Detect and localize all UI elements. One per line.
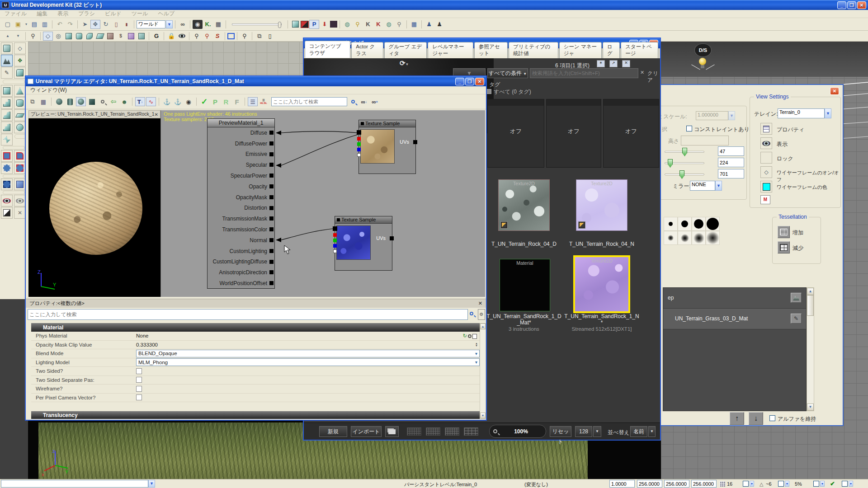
ts-a-pin[interactable]: [357, 153, 361, 157]
height-field[interactable]: [681, 136, 729, 145]
matinee-icon[interactable]: ▦: [213, 20, 223, 29]
material-node-header[interactable]: PreviewMaterial_1: [208, 119, 274, 127]
me-preview-sphere-icon[interactable]: [54, 97, 64, 106]
me-propagate-p-icon[interactable]: P: [210, 97, 220, 106]
me-search-input[interactable]: [271, 97, 347, 106]
wireframe-checkbox[interactable]: [136, 386, 142, 392]
asset-thumb-rock-04-d[interactable]: Texture2D: [498, 179, 550, 231]
tab-actor-classes[interactable]: Actor クラス: [351, 42, 383, 58]
cb-view-split-icon[interactable]: [426, 427, 440, 436]
group-icon[interactable]: G: [151, 32, 161, 41]
scroll-up-icon[interactable]: ▲: [3, 32, 13, 41]
autosave-checkbox[interactable]: [842, 481, 848, 487]
pin-specularpower[interactable]: [269, 174, 274, 178]
blend-mode-select[interactable]: BLEND_Opaque▾: [136, 350, 480, 357]
prop-row-lighting-model[interactable]: Lighting Model MLM_Phong▾: [31, 358, 480, 367]
ts-rgb-pin[interactable]: [357, 130, 361, 135]
distance-slider-thumb[interactable]: [278, 22, 281, 28]
camera-speed-icon[interactable]: ⚲: [28, 32, 38, 41]
cb-new-asset-icon[interactable]: ✶: [597, 60, 605, 67]
layer-row-material[interactable]: UN_Terrain_Grass_03_D_Mat ✎: [663, 309, 806, 329]
cb-clear-button[interactable]: クリア: [647, 70, 660, 84]
me-graph-home-icon[interactable]: ⧉: [28, 97, 38, 106]
cb-delete-icon[interactable]: ✕: [622, 60, 630, 67]
me-minimize-button[interactable]: _: [455, 78, 464, 85]
spiral-stairs-button[interactable]: [1, 122, 13, 133]
lightbulb3-icon[interactable]: ⚲: [394, 20, 404, 29]
status-combo[interactable]: [1, 480, 148, 488]
playtest2-icon[interactable]: ⚲: [240, 32, 250, 41]
brush-solid-3[interactable]: [692, 217, 706, 231]
visibility-eye-icon[interactable]: [177, 32, 187, 41]
undo-icon[interactable]: ↶: [55, 20, 65, 29]
builder-cube2-icon[interactable]: [74, 32, 84, 41]
maximize-button[interactable]: ❐: [847, 1, 856, 9]
csg-add-button[interactable]: [1, 150, 13, 162]
terrain-select[interactable]: Terrain_0: [778, 108, 825, 118]
me-show-stats-icon[interactable]: T↓: [135, 97, 145, 106]
cb-open-package-button[interactable]: [385, 426, 399, 437]
menu-edit[interactable]: 編集: [37, 10, 47, 18]
cone-primitive-button[interactable]: [14, 85, 26, 97]
scale-grid-dropdown-icon[interactable]: ▼: [820, 481, 825, 487]
radius-slider[interactable]: [665, 162, 704, 164]
me-preview-cylinder-icon[interactable]: [65, 97, 75, 106]
prop-scroll-up-icon[interactable]: ▲: [480, 324, 486, 329]
drag-grid-checkbox[interactable]: [743, 481, 749, 487]
cb-filter-column-1[interactable]: オフ: [487, 99, 544, 168]
tab-scene-manager[interactable]: シーン マネージャ: [559, 42, 602, 58]
prop-row-phys-material[interactable]: Phys Material None ↻: [31, 332, 480, 341]
terrain-dialog-close-button[interactable]: ✕: [830, 87, 839, 95]
texture-sample-header[interactable]: Texture Sample: [359, 120, 415, 127]
builder-cube1-icon[interactable]: [64, 32, 74, 41]
me-camera-icon[interactable]: ◉: [184, 97, 193, 106]
cb-export-icon[interactable]: ↗: [609, 60, 618, 67]
brush-solid-2[interactable]: [678, 217, 692, 231]
scrollbar-thumb[interactable]: [807, 295, 814, 316]
properties-scrollbar[interactable]: ▲ ▼: [480, 323, 486, 419]
content-browser-icon[interactable]: ◉: [193, 20, 203, 29]
kismet2-icon[interactable]: K: [363, 20, 373, 29]
cb-thumb-size-arrow[interactable]: ▼: [593, 426, 601, 437]
coordinate-system-select[interactable]: ワールド: [137, 20, 165, 28]
coordinate-system-arrow-icon[interactable]: ▼: [166, 20, 173, 28]
me-clean-unused-icon[interactable]: ☻: [119, 97, 129, 106]
use-selected-icon[interactable]: ↻: [463, 333, 467, 339]
terrain-wireframe-color-button[interactable]: [760, 181, 772, 192]
texture-sample-node-diffuse[interactable]: Texture Sample UVs: [359, 120, 416, 174]
csg-subtract-button[interactable]: [14, 150, 26, 162]
new-file-icon[interactable]: ▢: [3, 20, 13, 29]
pin-diffuse[interactable]: [269, 131, 274, 135]
no-builder-icon[interactable]: [301, 21, 309, 28]
terrain-lock-button[interactable]: [760, 152, 772, 164]
me-back-arrow-icon[interactable]: ⇦: [108, 97, 118, 106]
kismet3-icon[interactable]: K: [373, 20, 383, 29]
ts-a-pin[interactable]: [333, 249, 337, 253]
sheet-primitive-button[interactable]: [14, 109, 26, 121]
preview-material-node[interactable]: PreviewMaterial_1 Diffuse DiffusePower E…: [207, 118, 275, 289]
constraint-checkbox[interactable]: [686, 126, 692, 131]
category-translucency[interactable]: Translucency: [31, 411, 480, 419]
terrain-recache-button[interactable]: M: [760, 195, 770, 204]
invert-selection-button[interactable]: [1, 207, 13, 219]
sphere-primitive-button[interactable]: [14, 122, 26, 133]
minimize-button[interactable]: _: [837, 1, 846, 9]
autosave-check-icon[interactable]: ✔: [830, 480, 835, 487]
builder-cube3-icon[interactable]: [85, 32, 94, 41]
terrain-wireframe-button[interactable]: ◇: [760, 166, 772, 178]
terrain-properties-button[interactable]: [760, 123, 772, 135]
publish-icon[interactable]: ⬇: [320, 20, 330, 29]
brush-soft-4[interactable]: [706, 231, 720, 245]
pin-normal[interactable]: [269, 238, 274, 242]
layer-view-icon[interactable]: [791, 293, 802, 303]
menu-build[interactable]: ビルド: [105, 10, 122, 18]
cube-primitive-button[interactable]: [1, 85, 13, 97]
swap-window-icon[interactable]: ▯: [265, 32, 275, 41]
texture-align-mode-button[interactable]: ✥: [14, 55, 26, 66]
tab-start-page[interactable]: スタートページ: [621, 42, 658, 58]
menu-help[interactable]: ヘルプ: [158, 10, 175, 18]
me-preview-viewport[interactable]: Z Y: [28, 118, 160, 297]
me-preview-close-icon[interactable]: ✕: [155, 112, 158, 117]
texture-sample-node-normal[interactable]: Texture Sample UVs: [335, 216, 392, 271]
kismet-icon[interactable]: K.: [203, 20, 213, 29]
